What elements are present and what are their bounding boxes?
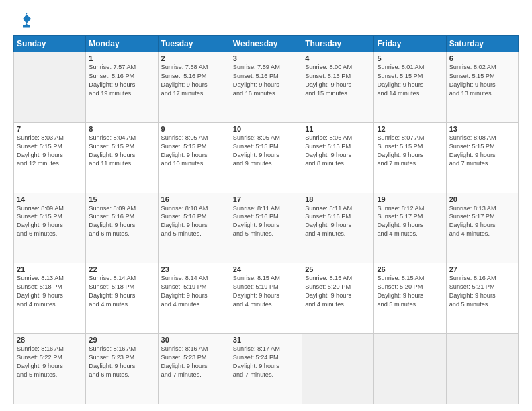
calendar-cell: 31Sunrise: 8:17 AMSunset: 5:24 PMDayligh… (230, 334, 302, 404)
day-number: 27 (449, 265, 515, 273)
day-number: 11 (305, 125, 371, 133)
calendar-cell: 7Sunrise: 8:03 AMSunset: 5:15 PMDaylight… (14, 122, 86, 193)
calendar-cell: 20Sunrise: 8:13 AMSunset: 5:17 PMDayligh… (446, 193, 518, 263)
calendar-cell: 12Sunrise: 8:07 AMSunset: 5:15 PMDayligh… (374, 122, 446, 193)
calendar-cell: 24Sunrise: 8:15 AMSunset: 5:19 PMDayligh… (230, 263, 302, 334)
day-number: 17 (233, 195, 299, 203)
header (13, 11, 519, 30)
day-info: Sunrise: 8:14 AMSunset: 5:18 PMDaylight:… (89, 274, 154, 309)
day-number: 26 (377, 265, 443, 273)
weekday-header: Sunday (14, 36, 86, 52)
day-number: 6 (449, 54, 515, 62)
calendar-cell: 4Sunrise: 8:00 AMSunset: 5:15 PMDaylight… (302, 52, 374, 123)
day-number: 2 (161, 54, 227, 62)
day-info: Sunrise: 8:16 AMSunset: 5:22 PMDaylight:… (17, 345, 83, 379)
day-number: 31 (233, 336, 299, 344)
page: SundayMondayTuesdayWednesdayThursdayFrid… (0, 0, 532, 411)
day-number: 24 (233, 265, 299, 273)
day-info: Sunrise: 8:12 AMSunset: 5:17 PMDaylight:… (377, 204, 443, 239)
calendar-cell: 15Sunrise: 8:09 AMSunset: 5:16 PMDayligh… (86, 193, 158, 263)
calendar-cell: 27Sunrise: 8:16 AMSunset: 5:21 PMDayligh… (446, 263, 518, 334)
day-number: 3 (233, 54, 299, 62)
day-info: Sunrise: 8:16 AMSunset: 5:23 PMDaylight:… (161, 345, 227, 379)
calendar-cell: 19Sunrise: 8:12 AMSunset: 5:17 PMDayligh… (374, 193, 446, 263)
day-info: Sunrise: 8:13 AMSunset: 5:17 PMDaylight:… (449, 204, 515, 239)
day-info: Sunrise: 7:58 AMSunset: 5:16 PMDaylight:… (161, 63, 227, 98)
calendar-cell: 10Sunrise: 8:05 AMSunset: 5:15 PMDayligh… (230, 122, 302, 193)
calendar-cell: 2Sunrise: 7:58 AMSunset: 5:16 PMDaylight… (158, 52, 230, 123)
calendar-cell: 18Sunrise: 8:11 AMSunset: 5:16 PMDayligh… (302, 193, 374, 263)
calendar-cell: 1Sunrise: 7:57 AMSunset: 5:16 PMDaylight… (86, 52, 158, 123)
calendar-week-row: 28Sunrise: 8:16 AMSunset: 5:22 PMDayligh… (14, 334, 519, 404)
calendar-cell: 5Sunrise: 8:01 AMSunset: 5:15 PMDaylight… (374, 52, 446, 123)
calendar-cell: 11Sunrise: 8:06 AMSunset: 5:15 PMDayligh… (302, 122, 374, 193)
calendar-cell (374, 334, 446, 404)
calendar-cell: 3Sunrise: 7:59 AMSunset: 5:16 PMDaylight… (230, 52, 302, 123)
day-info: Sunrise: 8:06 AMSunset: 5:15 PMDaylight:… (305, 134, 371, 169)
day-number: 18 (305, 195, 371, 203)
day-info: Sunrise: 8:04 AMSunset: 5:15 PMDaylight:… (89, 134, 154, 169)
weekday-header: Saturday (446, 36, 518, 52)
day-number: 9 (161, 125, 227, 133)
weekday-header: Monday (86, 36, 158, 52)
day-number: 4 (305, 54, 371, 62)
day-number: 7 (17, 125, 83, 133)
day-number: 29 (89, 336, 154, 344)
day-info: Sunrise: 7:59 AMSunset: 5:16 PMDaylight:… (233, 63, 299, 98)
day-number: 13 (449, 125, 515, 133)
day-info: Sunrise: 8:10 AMSunset: 5:16 PMDaylight:… (161, 204, 227, 239)
day-info: Sunrise: 8:11 AMSunset: 5:16 PMDaylight:… (233, 204, 299, 239)
day-info: Sunrise: 8:16 AMSunset: 5:23 PMDaylight:… (89, 345, 154, 379)
calendar-week-row: 14Sunrise: 8:09 AMSunset: 5:15 PMDayligh… (14, 193, 519, 263)
calendar-cell: 8Sunrise: 8:04 AMSunset: 5:15 PMDaylight… (86, 122, 158, 193)
day-info: Sunrise: 8:08 AMSunset: 5:15 PMDaylight:… (449, 134, 515, 169)
weekday-header: Thursday (302, 36, 374, 52)
day-info: Sunrise: 8:07 AMSunset: 5:15 PMDaylight:… (377, 134, 443, 169)
day-number: 28 (17, 336, 83, 344)
day-number: 30 (161, 336, 227, 344)
calendar-week-row: 7Sunrise: 8:03 AMSunset: 5:15 PMDaylight… (14, 122, 519, 193)
calendar-table: SundayMondayTuesdayWednesdayThursdayFrid… (13, 35, 519, 404)
day-number: 12 (377, 125, 443, 133)
calendar-header-row: SundayMondayTuesdayWednesdayThursdayFrid… (14, 36, 519, 52)
day-number: 25 (305, 265, 371, 273)
day-info: Sunrise: 8:05 AMSunset: 5:15 PMDaylight:… (161, 134, 227, 169)
day-info: Sunrise: 8:14 AMSunset: 5:19 PMDaylight:… (161, 274, 227, 309)
calendar-cell: 17Sunrise: 8:11 AMSunset: 5:16 PMDayligh… (230, 193, 302, 263)
day-info: Sunrise: 8:00 AMSunset: 5:15 PMDaylight:… (305, 63, 371, 98)
day-info: Sunrise: 8:09 AMSunset: 5:15 PMDaylight:… (17, 204, 83, 239)
calendar-cell: 21Sunrise: 8:13 AMSunset: 5:18 PMDayligh… (14, 263, 86, 334)
day-info: Sunrise: 7:57 AMSunset: 5:16 PMDaylight:… (89, 63, 154, 98)
day-info: Sunrise: 8:15 AMSunset: 5:19 PMDaylight:… (233, 274, 299, 309)
calendar-cell: 23Sunrise: 8:14 AMSunset: 5:19 PMDayligh… (158, 263, 230, 334)
day-number: 1 (89, 54, 154, 62)
calendar-cell: 14Sunrise: 8:09 AMSunset: 5:15 PMDayligh… (14, 193, 86, 263)
calendar-cell: 13Sunrise: 8:08 AMSunset: 5:15 PMDayligh… (446, 122, 518, 193)
day-number: 21 (17, 265, 83, 273)
svg-marker-0 (23, 13, 31, 28)
calendar-cell: 25Sunrise: 8:15 AMSunset: 5:20 PMDayligh… (302, 263, 374, 334)
day-number: 14 (17, 195, 83, 203)
day-info: Sunrise: 8:15 AMSunset: 5:20 PMDaylight:… (305, 274, 371, 309)
day-info: Sunrise: 8:03 AMSunset: 5:15 PMDaylight:… (17, 134, 83, 169)
day-info: Sunrise: 8:13 AMSunset: 5:18 PMDaylight:… (17, 274, 83, 309)
day-info: Sunrise: 8:01 AMSunset: 5:15 PMDaylight:… (377, 63, 443, 98)
day-info: Sunrise: 8:05 AMSunset: 5:15 PMDaylight:… (233, 134, 299, 169)
calendar-cell: 29Sunrise: 8:16 AMSunset: 5:23 PMDayligh… (86, 334, 158, 404)
calendar-week-row: 1Sunrise: 7:57 AMSunset: 5:16 PMDaylight… (14, 52, 519, 123)
weekday-header: Tuesday (158, 36, 230, 52)
day-number: 15 (89, 195, 154, 203)
calendar-cell: 28Sunrise: 8:16 AMSunset: 5:22 PMDayligh… (14, 334, 86, 404)
calendar-week-row: 21Sunrise: 8:13 AMSunset: 5:18 PMDayligh… (14, 263, 519, 334)
calendar-cell: 26Sunrise: 8:15 AMSunset: 5:20 PMDayligh… (374, 263, 446, 334)
weekday-header: Wednesday (230, 36, 302, 52)
calendar-cell (446, 334, 518, 404)
calendar-cell: 6Sunrise: 8:02 AMSunset: 5:15 PMDaylight… (446, 52, 518, 123)
calendar-cell: 22Sunrise: 8:14 AMSunset: 5:18 PMDayligh… (86, 263, 158, 334)
day-number: 10 (233, 125, 299, 133)
logo-icon (13, 11, 32, 30)
day-info: Sunrise: 8:17 AMSunset: 5:24 PMDaylight:… (233, 345, 299, 379)
day-number: 19 (377, 195, 443, 203)
day-info: Sunrise: 8:09 AMSunset: 5:16 PMDaylight:… (89, 204, 154, 239)
day-number: 20 (449, 195, 515, 203)
